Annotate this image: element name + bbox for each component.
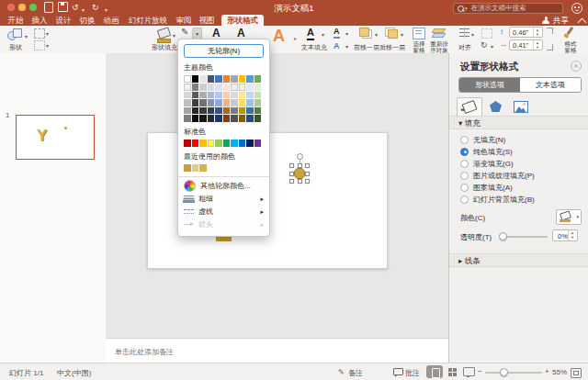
color-swatch[interactable] [231, 84, 238, 91]
color-swatch[interactable] [231, 107, 238, 115]
tab-shape-format[interactable]: 形状格式 [221, 15, 264, 26]
text-box-icon[interactable] [34, 40, 45, 50]
reorder-objects-button[interactable]: 重新排序对象 [429, 40, 449, 53]
color-swatch[interactable] [254, 75, 262, 83]
color-swatch[interactable] [184, 115, 191, 122]
color-swatch[interactable] [215, 107, 222, 115]
rotate-icon[interactable]: ↻ [481, 40, 488, 50]
color-swatch[interactable] [231, 92, 238, 99]
resize-handle-s[interactable] [298, 179, 302, 184]
color-swatch[interactable] [208, 84, 215, 91]
radio-icon[interactable] [460, 172, 469, 180]
fit-slide-to-window-icon[interactable] [571, 368, 582, 378]
transparency-slider[interactable] [500, 236, 548, 238]
color-swatch[interactable] [192, 140, 199, 147]
radio-selected-icon[interactable] [460, 148, 469, 156]
align-button[interactable]: 对齐 [458, 43, 472, 52]
color-swatch[interactable] [231, 140, 238, 147]
color-swatch[interactable] [192, 84, 199, 91]
color-swatch[interactable] [199, 107, 207, 115]
color-swatch[interactable] [246, 107, 254, 115]
search-input[interactable]: ▾ 在演示文稿中搜索 [453, 3, 563, 14]
shapes-button[interactable]: 形状 [6, 43, 26, 52]
zoom-out-button[interactable]: − [478, 367, 482, 375]
fill-color-button[interactable]: ▾ [556, 209, 582, 225]
height-stepper[interactable]: ▴▾ [533, 28, 541, 37]
tab-shape-options[interactable]: 形状选项 [459, 78, 520, 92]
send-backward-icon[interactable] [385, 28, 398, 39]
shape-width-field[interactable]: 0.41"▴▾ [509, 39, 543, 50]
fill-option-none[interactable]: 无填充(N) [460, 134, 505, 145]
tab-text-options[interactable]: 文本选项 [520, 78, 581, 92]
color-swatch[interactable] [239, 92, 246, 99]
close-pane-icon[interactable]: ✕ [571, 61, 582, 72]
transparency-stepper[interactable]: ▴▾ [568, 230, 576, 240]
color-swatch[interactable] [208, 75, 215, 83]
shape-fill-icon[interactable] [157, 27, 171, 39]
tab-insert[interactable]: 插入 [31, 16, 48, 26]
color-swatch[interactable] [192, 107, 199, 115]
color-swatch[interactable] [192, 75, 199, 83]
insert-shape-icon[interactable] [7, 28, 22, 40]
notes-pane[interactable]: 单击此处添加备注 [106, 338, 448, 363]
color-swatch[interactable] [215, 92, 222, 99]
color-swatch[interactable] [208, 115, 215, 122]
format-pane-brush-icon[interactable] [563, 27, 576, 39]
color-swatch[interactable] [246, 140, 254, 147]
slide-thumbnail[interactable]: Y [16, 115, 95, 160]
no-outline-option[interactable]: 无轮廓(N) [184, 44, 264, 58]
resize-handle-n[interactable] [298, 163, 302, 168]
color-swatch[interactable] [246, 92, 254, 99]
tab-design[interactable]: 设计 [55, 16, 72, 26]
resize-handle-se[interactable] [305, 179, 310, 184]
color-swatch[interactable] [192, 115, 199, 122]
text-outline-icon[interactable]: A [334, 28, 340, 39]
fill-option-solid[interactable]: 纯色填充(S) [460, 146, 513, 157]
text-fill-button[interactable]: 文本填充 [300, 43, 328, 52]
color-swatch[interactable] [239, 99, 246, 106]
zoom-slider[interactable] [485, 372, 542, 374]
picture-tab-icon[interactable] [514, 101, 528, 113]
tab-review[interactable]: 审阅 [175, 16, 192, 26]
selected-shape-body[interactable] [294, 168, 305, 179]
color-swatch[interactable] [246, 99, 254, 106]
outline-weight-item[interactable]: 粗细 ▸ [184, 193, 264, 206]
bring-forward-icon[interactable] [359, 28, 372, 39]
color-swatch[interactable] [192, 99, 199, 106]
color-swatch[interactable] [199, 99, 207, 106]
color-swatch[interactable] [239, 75, 246, 83]
wordart-style-2[interactable]: A [237, 27, 245, 39]
tab-slideshow[interactable]: 幻灯片放映 [127, 16, 169, 26]
color-swatch[interactable] [223, 115, 231, 122]
slide-sorter-view-icon[interactable] [448, 368, 457, 376]
color-swatch[interactable] [208, 99, 215, 106]
wordart-style-selected[interactable]: A [273, 27, 285, 46]
color-swatch[interactable] [192, 92, 199, 99]
color-swatch[interactable] [208, 107, 215, 115]
color-swatch[interactable] [239, 140, 246, 147]
color-swatch[interactable] [223, 140, 231, 147]
selection-pane-icon[interactable] [413, 28, 425, 39]
color-swatch[interactable] [254, 92, 262, 99]
color-swatch[interactable] [199, 140, 207, 147]
color-swatch[interactable] [215, 140, 222, 147]
outline-dashes-item[interactable]: 虚线 ▸ [184, 206, 264, 218]
shape-height-field[interactable]: 0.46"▴▾ [509, 27, 543, 38]
color-swatch[interactable] [246, 84, 254, 91]
color-swatch[interactable] [231, 115, 238, 122]
color-swatch[interactable] [254, 115, 262, 122]
color-swatch[interactable] [184, 75, 191, 83]
tab-animations[interactable]: 动画 [103, 16, 119, 26]
color-swatch[interactable] [184, 164, 191, 172]
color-swatch[interactable] [215, 99, 222, 106]
selection-pane-button[interactable]: 选择窗格 [410, 40, 428, 53]
color-swatch[interactable] [199, 84, 207, 91]
color-swatch[interactable] [246, 115, 254, 122]
resize-handle-e[interactable] [305, 172, 310, 176]
color-swatch[interactable] [199, 164, 207, 172]
effects-shape-tab-icon[interactable] [490, 101, 502, 112]
fill-option-background[interactable]: 幻灯片背景填充(B) [460, 194, 535, 205]
selected-shape[interactable] [292, 166, 307, 181]
tab-transitions[interactable]: 切换 [79, 16, 96, 26]
radio-icon[interactable] [460, 184, 469, 192]
